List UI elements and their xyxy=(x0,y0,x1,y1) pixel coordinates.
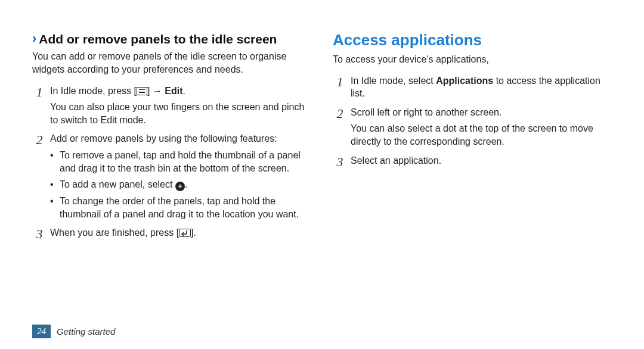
r-step2-extra: You can also select a dot at the top of … xyxy=(351,122,612,148)
bullet-add-a: To add a new panel, select xyxy=(60,179,175,189)
page-number: 24 xyxy=(32,325,51,338)
left-step-1: In Idle mode, press [] → Edit. You can a… xyxy=(32,85,308,127)
left-steps: In Idle mode, press [] → Edit. You can a… xyxy=(32,85,308,239)
left-heading: › Add or remove panels to the idle scree… xyxy=(32,31,308,46)
chevron-icon: › xyxy=(32,31,35,46)
bullet-reorder: To change the order of the panels, tap a… xyxy=(50,195,308,220)
right-step-2: Scroll left or right to another screen. … xyxy=(333,106,612,148)
left-intro: You can add or remove panels of the idle… xyxy=(32,50,308,76)
right-step-3: Select an application. xyxy=(333,154,612,167)
page-footer: 24 Getting started xyxy=(32,325,115,338)
right-steps: In Idle mode, select Applications to acc… xyxy=(333,74,612,167)
bullet-add: To add a new panel, select +. xyxy=(50,178,308,191)
r-step1-bold: Applications xyxy=(436,76,493,86)
left-heading-text: Add or remove panels to the idle screen xyxy=(39,32,277,46)
menu-icon xyxy=(137,87,147,95)
step3-text-a: When you are finished, press [ xyxy=(50,228,179,238)
bullet-remove: To remove a panel, tap and hold the thum… xyxy=(50,149,308,174)
left-step-2: Add or remove panels by using the follow… xyxy=(32,132,308,220)
right-heading: Access applications xyxy=(333,31,612,49)
left-step-3: When you are finished, press []. xyxy=(32,226,308,239)
r-step3: Select an application. xyxy=(351,155,441,166)
left-column: › Add or remove panels to the idle scree… xyxy=(32,31,322,331)
right-intro: To access your device's applications, xyxy=(333,53,612,66)
back-icon xyxy=(179,229,191,237)
step1-text-a: In Idle mode, press [ xyxy=(50,86,137,96)
bullet-add-b: . xyxy=(185,179,187,189)
step2-bullets: To remove a panel, tap and hold the thum… xyxy=(50,149,308,220)
step1-text-b: ] → xyxy=(147,86,165,96)
step3-text-b: ]. xyxy=(191,228,196,238)
right-step-1: In Idle mode, select Applications to acc… xyxy=(333,74,612,100)
right-column: Access applications To access your devic… xyxy=(322,31,612,331)
step1-extra: You can also place your two fingers on t… xyxy=(50,101,308,126)
step2-text: Add or remove panels by using the follow… xyxy=(50,133,277,144)
section-name: Getting started xyxy=(57,326,115,336)
r-step2: Scroll left or right to another screen. xyxy=(351,107,501,117)
manual-page: › Add or remove panels to the idle scree… xyxy=(0,0,644,349)
r-step1-a: In Idle mode, select xyxy=(351,76,436,86)
plus-icon: + xyxy=(175,182,185,191)
step1-edit: Edit xyxy=(165,86,182,96)
step1-dot: . xyxy=(183,86,185,96)
